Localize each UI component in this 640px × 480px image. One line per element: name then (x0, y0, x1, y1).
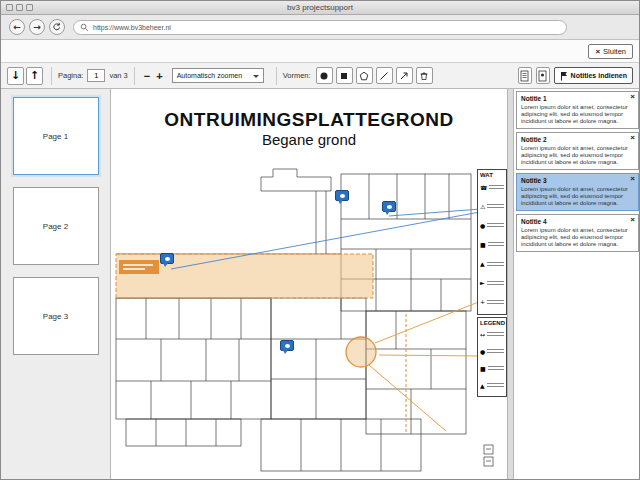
note-title: Notitie 1 (521, 95, 634, 102)
comment-marker[interactable] (160, 253, 174, 264)
shape-circle-button[interactable] (316, 67, 333, 84)
pictogram-text-lines (487, 262, 504, 267)
window-control-button[interactable] (16, 4, 23, 11)
document-page[interactable]: ONTRUIMINGSPLATTEGROND Begane grond (111, 89, 507, 479)
comment-marker[interactable] (335, 190, 349, 201)
panel-scrollbar[interactable] (507, 89, 514, 479)
toolbar-separator (134, 67, 135, 85)
shape-arrow-button[interactable] (396, 67, 413, 84)
square-icon (339, 71, 349, 81)
toolbar-separator (51, 67, 52, 85)
browser-window: bv3 projectsupport ← → https://www.bv3be… (0, 0, 640, 480)
pictogram-icon: ► (480, 280, 485, 286)
notes-panel: Notitie 1 × Lorem ipsum dolor sit amet, … (514, 89, 640, 479)
close-button[interactable]: × Sluiten (588, 44, 633, 59)
note-body: Lorem ipsum dolor sit amet, consectetur … (521, 227, 634, 248)
pictogram-row: ■ (480, 242, 504, 248)
pictogram-text-lines (487, 204, 504, 209)
viewer-content: Page 1 Page 2 Page 3 ONTRUIMINGSPLATTEGR… (1, 89, 639, 479)
instructions-box: WAT ☎⚠●■▲►+ (477, 169, 507, 315)
pictogram-text-lines (487, 349, 504, 354)
url-bar[interactable]: https://www.bv3beheer.nl (73, 20, 567, 35)
circle-icon (319, 71, 329, 81)
thumbnail-page-3[interactable]: Page 3 (13, 277, 99, 355)
shape-line-button[interactable] (376, 67, 393, 84)
window-control-button[interactable] (6, 4, 13, 11)
note-close-icon[interactable]: × (630, 176, 635, 182)
note-card[interactable]: Notitie 1 × Lorem ipsum dolor sit amet, … (516, 91, 639, 129)
pictogram-icon: ☎ (480, 185, 487, 191)
note-body: Lorem ipsum dolor sit amet, consectetur … (521, 186, 634, 207)
shape-polygon-button[interactable] (356, 67, 373, 84)
annotations-icon-button[interactable] (536, 67, 550, 84)
close-button-label: Sluiten (603, 47, 626, 56)
pictogram-text-lines (489, 185, 504, 190)
note-card-selected[interactable]: Notitie 3 × Lorem ipsum dolor sit amet, … (516, 173, 639, 211)
page-number-input[interactable] (87, 69, 105, 82)
shape-square-button[interactable] (336, 67, 353, 84)
search-icon (80, 23, 89, 32)
pictogram-text-lines (488, 242, 504, 247)
comment-marker[interactable] (382, 201, 396, 212)
page-label: Pagina: (58, 71, 83, 80)
thumbnail-label: Page 1 (43, 132, 68, 141)
thumbnail-page-1[interactable]: Page 1 (13, 97, 99, 175)
pictogram-row: ▲ (480, 261, 504, 267)
thumbnail-label: Page 2 (43, 222, 68, 231)
document-icon (520, 70, 529, 82)
close-icon: × (595, 47, 600, 56)
thumbnail-label: Page 3 (43, 312, 68, 321)
note-card[interactable]: Notitie 2 × Lorem ipsum dolor sit amet, … (516, 132, 639, 170)
pictogram-row: ⚠ (480, 204, 504, 210)
submit-notes-button[interactable]: Notities indienen (554, 67, 633, 84)
flag-icon (560, 71, 568, 81)
note-card[interactable]: Notitie 4 × Lorem ipsum dolor sit amet, … (516, 214, 639, 252)
pictogram-text-lines (487, 383, 504, 388)
notes-list-icon-button[interactable] (518, 67, 532, 84)
trash-icon (419, 71, 429, 81)
legend-rows: ↔●■▲ (480, 326, 504, 394)
comment-marker[interactable] (280, 340, 294, 351)
polygon-icon (359, 71, 369, 81)
toolbar-right-group: Notities indienen (518, 67, 633, 84)
pictogram-icon: ▲ (480, 261, 485, 267)
back-button[interactable]: ← (9, 19, 25, 35)
pictogram-row: ▲ (480, 383, 504, 389)
zoom-mode-value: Automatisch zoomen (177, 72, 242, 79)
zoom-in-button[interactable]: + (153, 70, 165, 82)
window-titlebar: bv3 projectsupport (1, 1, 639, 15)
pictogram-text-lines (488, 366, 504, 371)
zoom-out-button[interactable]: − (141, 70, 153, 82)
pictogram-icon: ⚠ (480, 204, 485, 210)
pictogram-icon: ■ (480, 366, 486, 372)
note-close-icon[interactable]: × (630, 217, 635, 223)
pdf-toolbar: ↓ ↑ Pagina: van 3 − + Automatisch zoomen… (1, 63, 639, 89)
pictogram-icon: ↔ (480, 332, 485, 338)
thumbnail-page-2[interactable]: Page 2 (13, 187, 99, 265)
zoom-mode-select[interactable]: Automatisch zoomen (172, 68, 264, 83)
delete-shape-button[interactable] (416, 67, 433, 84)
pictogram-icon: ▲ (480, 383, 485, 389)
page-up-button[interactable]: ↑ (26, 67, 43, 85)
pictogram-text-lines (487, 223, 504, 228)
arrow-icon (399, 71, 409, 81)
reload-button[interactable] (49, 19, 65, 35)
window-title: bv3 projectsupport (1, 1, 639, 14)
note-close-icon[interactable]: × (630, 135, 635, 141)
pictogram-row: ● (480, 349, 504, 355)
note-close-icon[interactable]: × (630, 94, 635, 100)
page-down-button[interactable]: ↓ (7, 67, 24, 85)
legend-box: LEGEND ↔●■▲ (477, 317, 507, 397)
note-title: Notitie 3 (521, 177, 634, 184)
pictogram-icon: ● (480, 223, 485, 229)
toolbar-separator (276, 67, 277, 85)
instructions-rows: ☎⚠●■▲►+ (480, 178, 504, 312)
pictogram-row: ↔ (480, 332, 504, 338)
annotation-icon (538, 70, 547, 82)
pictogram-row: + (480, 299, 504, 305)
window-controls (6, 4, 33, 11)
note-title: Notitie 4 (521, 218, 634, 225)
submit-notes-label: Notities indienen (571, 72, 627, 79)
window-control-button[interactable] (26, 4, 33, 11)
forward-button[interactable]: → (29, 19, 45, 35)
